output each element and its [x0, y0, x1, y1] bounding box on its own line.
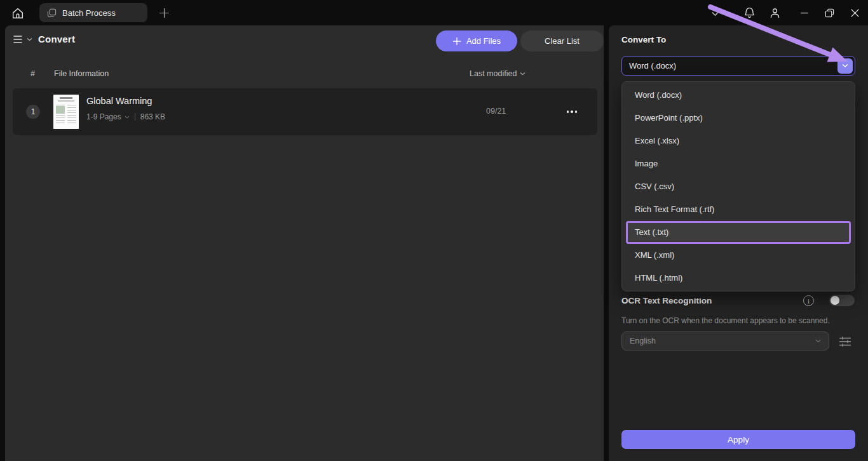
apply-label: Apply — [728, 435, 749, 444]
sort-chevron-icon — [520, 72, 526, 76]
account-button[interactable] — [767, 5, 782, 20]
ocr-toggle[interactable] — [829, 295, 855, 306]
option-html[interactable]: HTML (.html) — [622, 267, 855, 290]
bell-icon — [743, 6, 756, 20]
page-range-dropdown[interactable]: 1-9 Pages — [86, 112, 130, 121]
close-button[interactable] — [845, 4, 864, 22]
user-icon — [768, 6, 782, 20]
convert-to-label: Convert To — [621, 35, 666, 44]
hamburger-icon — [13, 35, 24, 44]
option-text-highlighted[interactable]: Text (.txt) — [626, 221, 851, 244]
clear-list-label: Clear List — [545, 36, 580, 46]
tab-batch-process[interactable]: Batch Process — [39, 3, 147, 22]
file-row[interactable]: 1 Global Warming 1-9 Pages 863 KB 09/21 — [13, 88, 597, 135]
minimize-button[interactable] — [795, 4, 814, 22]
toggle-knob — [831, 296, 839, 305]
new-tab-button[interactable] — [156, 5, 172, 20]
divider — [135, 113, 135, 121]
column-header-file: File Information — [54, 69, 109, 78]
file-name: Global Warming — [86, 96, 152, 106]
chevron-down-icon — [842, 63, 848, 68]
info-icon[interactable]: i — [803, 295, 814, 306]
ocr-language-value: English — [630, 337, 656, 345]
chevron-down-icon — [815, 339, 821, 343]
ellipsis-icon — [567, 110, 569, 113]
option-csv[interactable]: CSV (.csv) — [622, 175, 855, 198]
add-files-label: Add Files — [466, 36, 501, 46]
file-modified-date: 09/21 — [486, 107, 506, 116]
file-size: 863 KB — [140, 112, 165, 121]
title-bar: Batch Process — [0, 0, 868, 25]
batch-process-icon — [47, 8, 57, 18]
page-title: Convert — [38, 34, 75, 44]
format-select[interactable]: Word (.docx) — [621, 56, 855, 76]
row-more-button[interactable] — [563, 104, 581, 119]
option-powerpoint[interactable]: PowerPoint (.pptx) — [622, 107, 855, 130]
format-select-chevron-button[interactable] — [837, 58, 853, 74]
column-header-index: # — [31, 69, 35, 78]
clear-list-button[interactable]: Clear List — [520, 30, 604, 51]
format-select-value: Word (.docx) — [629, 61, 676, 70]
ocr-hint: Turn on the OCR when the document appear… — [621, 316, 850, 325]
option-rtf[interactable]: Rich Text Format (.rtf) — [622, 198, 855, 221]
file-meta: 1-9 Pages 863 KB — [86, 112, 165, 121]
home-button[interactable] — [9, 4, 27, 22]
chevron-down-icon — [125, 116, 130, 119]
sliders-icon — [839, 336, 851, 347]
column-header-modified[interactable]: Last modified — [470, 69, 526, 78]
add-files-button[interactable]: Add Files — [436, 30, 517, 51]
format-dropdown-list: Word (.docx) PowerPoint (.pptx) Excel (.… — [621, 81, 855, 291]
notifications-button[interactable] — [742, 5, 757, 20]
settings-panel: Convert To Word (.docx) Word (.docx) Pow… — [609, 25, 868, 461]
modified-label: Last modified — [470, 69, 517, 78]
option-word[interactable]: Word (.docx) — [622, 84, 855, 107]
convert-panel: Convert Add Files Clear List # File Info… — [5, 25, 604, 461]
apply-button[interactable]: Apply — [621, 430, 855, 449]
ocr-language-select[interactable]: English — [621, 331, 829, 351]
check-icon[interactable] — [708, 5, 723, 20]
option-image[interactable]: Image — [622, 152, 855, 175]
tab-label: Batch Process — [62, 8, 116, 18]
option-excel[interactable]: Excel (.xlsx) — [622, 130, 855, 152]
restore-button[interactable] — [820, 4, 839, 22]
plus-icon — [452, 37, 461, 46]
row-index-badge: 1 — [26, 105, 40, 119]
ocr-title: OCR Text Recognition — [621, 296, 712, 305]
chevron-down-icon — [27, 37, 32, 41]
page-range-label: 1-9 Pages — [86, 112, 121, 121]
option-xml[interactable]: XML (.xml) — [622, 244, 855, 267]
menu-button[interactable] — [13, 35, 32, 44]
ocr-settings-button[interactable] — [837, 335, 853, 349]
document-thumbnail — [53, 95, 79, 129]
home-icon — [11, 6, 25, 20]
